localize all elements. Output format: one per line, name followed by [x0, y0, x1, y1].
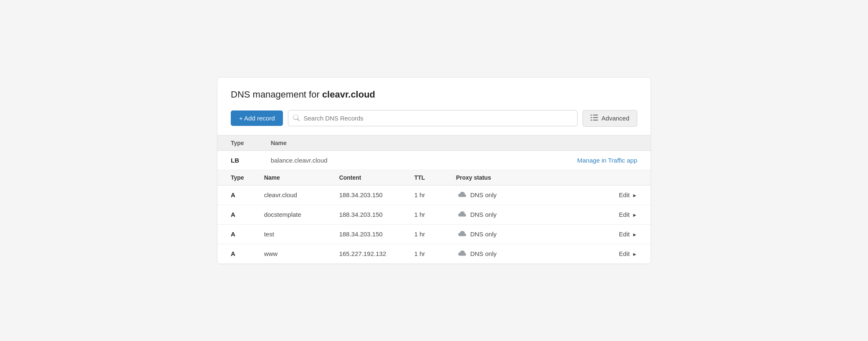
proxy-status-text: DNS only — [470, 250, 497, 257]
add-record-button[interactable]: + Add record — [231, 110, 283, 126]
advanced-button-label: Advanced — [601, 115, 629, 122]
search-icon — [293, 114, 300, 122]
list-icon — [590, 115, 598, 122]
lb-name-value: balance.cleavr.cloud — [257, 150, 449, 170]
svg-rect-4 — [590, 120, 592, 120]
svg-rect-1 — [593, 115, 598, 115]
table-row: A cleavr.cloud 188.34.203.150 1 hr DNS o… — [217, 185, 651, 205]
manage-traffic-link[interactable]: Manage in Traffic app — [449, 150, 651, 170]
col-ttl: TTL — [408, 170, 449, 185]
proxy-status-text: DNS only — [470, 231, 497, 238]
toolbar: + Add record — [231, 110, 637, 127]
record-ttl: 1 hr — [408, 244, 449, 263]
record-name: test — [257, 224, 333, 244]
edit-arrow-icon: ► — [632, 212, 637, 218]
edit-arrow-icon: ► — [632, 232, 637, 238]
cloud-icon — [456, 191, 467, 199]
record-name: www — [257, 244, 333, 263]
edit-link[interactable]: Edit ► — [554, 244, 651, 263]
record-content: 165.227.192.132 — [333, 244, 408, 263]
edit-arrow-icon: ► — [632, 251, 637, 257]
svg-rect-2 — [590, 117, 592, 118]
col-type: Type — [217, 170, 257, 185]
record-name: cleavr.cloud — [257, 185, 333, 205]
record-content: 188.34.203.150 — [333, 205, 408, 224]
record-type: A — [217, 224, 257, 244]
record-type: A — [217, 185, 257, 205]
dns-table: Type Name LB balance.cleavr.cloud Manage… — [217, 135, 651, 264]
table-row: A docstemplate 188.34.203.150 1 hr DNS o… — [217, 205, 651, 224]
proxy-status-text: DNS only — [470, 211, 497, 218]
table-row: A test 188.34.203.150 1 hr DNS only Edit… — [217, 224, 651, 244]
advanced-button[interactable]: Advanced — [583, 110, 637, 127]
record-content: 188.34.203.150 — [333, 185, 408, 205]
svg-rect-0 — [590, 115, 592, 115]
cloud-icon — [456, 250, 467, 258]
lb-row: LB balance.cleavr.cloud Manage in Traffi… — [217, 150, 651, 170]
record-content: 188.34.203.150 — [333, 224, 408, 244]
record-proxy-status: DNS only — [449, 244, 554, 263]
lb-type-value: LB — [217, 150, 257, 170]
svg-rect-5 — [593, 120, 598, 120]
search-input[interactable] — [288, 110, 578, 126]
col-name: Name — [257, 170, 333, 185]
search-wrapper — [288, 110, 578, 126]
edit-link[interactable]: Edit ► — [554, 224, 651, 244]
lb-section-header: Type Name — [217, 135, 651, 150]
dns-management-card: DNS management for cleavr.cloud + Add re… — [217, 77, 651, 264]
proxy-status-text: DNS only — [470, 191, 497, 198]
svg-rect-3 — [593, 117, 598, 118]
edit-arrow-icon: ► — [632, 193, 637, 198]
col-actions — [554, 170, 651, 185]
record-proxy-status: DNS only — [449, 205, 554, 224]
record-proxy-status: DNS only — [449, 224, 554, 244]
col-content: Content — [333, 170, 408, 185]
card-header: DNS management for cleavr.cloud + Add re… — [217, 78, 651, 135]
edit-link[interactable]: Edit ► — [554, 185, 651, 205]
cloud-icon — [456, 231, 467, 238]
record-type: A — [217, 205, 257, 224]
dns-table-header: Type Name Content TTL Proxy status — [217, 170, 651, 185]
cloud-icon — [456, 211, 467, 218]
record-ttl: 1 hr — [408, 205, 449, 224]
lb-name-header: Name — [257, 135, 333, 150]
edit-link[interactable]: Edit ► — [554, 205, 651, 224]
table-row: A www 165.227.192.132 1 hr DNS only Edit… — [217, 244, 651, 263]
record-type: A — [217, 244, 257, 263]
col-proxy-status: Proxy status — [449, 170, 554, 185]
record-ttl: 1 hr — [408, 224, 449, 244]
lb-type-header: Type — [217, 135, 257, 150]
record-name: docstemplate — [257, 205, 333, 224]
record-ttl: 1 hr — [408, 185, 449, 205]
record-proxy-status: DNS only — [449, 185, 554, 205]
page-title: DNS management for cleavr.cloud — [231, 89, 637, 100]
